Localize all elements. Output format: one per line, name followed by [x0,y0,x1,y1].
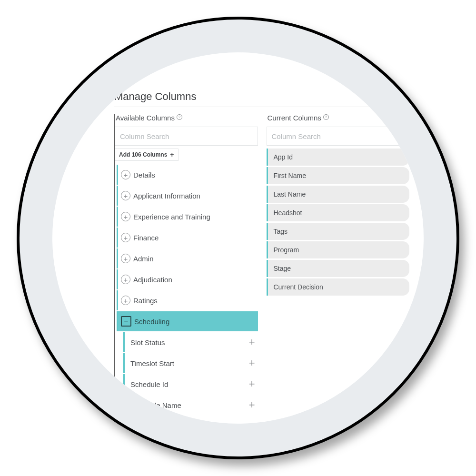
plus-icon: + [170,151,174,158]
expand-icon: + [121,212,130,221]
current-columns-label: Current Columns ? [267,114,410,122]
current-column-current-decision[interactable]: Current Decision [267,278,410,296]
sub-item-timeslot-start[interactable]: Timeslot Start + [123,353,258,373]
sub-item-groups[interactable]: Groups + [123,416,258,424]
add-icon: + [249,337,255,347]
scheduling-sublist: Slot Status + Timeslot Start + Schedule … [123,332,258,424]
expand-icon: + [121,191,130,200]
collapse-icon: − [121,316,131,327]
expand-icon: + [121,233,130,242]
sub-item-label: Slot Status [130,338,165,347]
framed-circle-outer: Manage Columns Available Columns ? Colum… [17,17,459,459]
current-column-headshot[interactable]: Headshot [267,204,410,221]
sub-item-schedule-id[interactable]: Schedule Id + [123,374,258,394]
expand-icon: + [121,170,130,179]
current-column-tags[interactable]: Tags [267,223,410,240]
add-all-columns-label: Add 106 Columns [119,151,167,158]
category-admin[interactable]: + Admin [117,248,258,268]
category-label: Details [133,171,155,179]
sub-item-label: Groups [130,422,154,424]
sub-item-schedule-name[interactable]: Schedule Name + [123,395,258,415]
current-column-program[interactable]: Program [267,241,410,258]
category-label: Applicant Information [133,192,200,200]
sub-item-label: Timeslot Start [130,359,174,367]
sub-item-label: Schedule Name [130,401,181,409]
available-search-input[interactable]: Column Search [115,127,258,146]
page-title: Manage Columns [114,90,409,107]
add-all-columns-button[interactable]: Add 106 Columns + [115,149,178,161]
category-experience-and-training[interactable]: + Experience and Training [117,207,258,227]
current-columns-section: Current Columns ? Column Search App Id F… [267,114,410,424]
category-label: Finance [133,234,159,242]
category-adjudication[interactable]: + Adjudication [117,269,258,289]
columns-layout: Available Columns ? Column Search Add 10… [114,114,409,424]
category-label: Experience and Training [133,213,210,221]
category-ratings[interactable]: + Ratings [117,290,258,310]
category-label: Scheduling [134,317,169,326]
sub-item-slot-status[interactable]: Slot Status + [123,332,258,352]
category-details[interactable]: + Details [117,165,258,185]
current-column-stage[interactable]: Stage [267,260,410,277]
current-column-last-name[interactable]: Last Name [267,186,410,203]
help-icon[interactable]: ? [323,114,329,120]
category-finance[interactable]: + Finance [117,228,258,248]
category-scheduling[interactable]: − Scheduling [117,311,258,331]
framed-circle-inner: Manage Columns Available Columns ? Colum… [52,52,424,424]
available-columns-text: Available Columns [116,114,175,122]
current-search-input[interactable]: Column Search [267,127,410,146]
add-icon: + [249,421,255,424]
category-label: Adjudication [133,276,172,284]
available-columns-section: Available Columns ? Column Search Add 10… [114,114,258,424]
current-columns-text: Current Columns [268,114,321,122]
expand-icon: + [121,275,130,284]
category-label: Admin [133,255,154,263]
sub-item-label: Schedule Id [130,380,168,388]
add-icon: + [249,358,255,368]
manage-columns-panel: Manage Columns Available Columns ? Colum… [114,90,409,424]
expand-icon: + [121,254,130,263]
category-label: Ratings [133,297,158,305]
help-icon[interactable]: ? [177,114,182,120]
available-columns-label: Available Columns ? [115,114,258,122]
category-applicant-information[interactable]: + Applicant Information [117,186,258,206]
add-icon: + [249,379,255,389]
current-column-app-id[interactable]: App Id [267,149,410,166]
add-icon: + [249,400,255,410]
expand-icon: + [121,296,130,305]
current-column-first-name[interactable]: First Name [267,167,410,184]
